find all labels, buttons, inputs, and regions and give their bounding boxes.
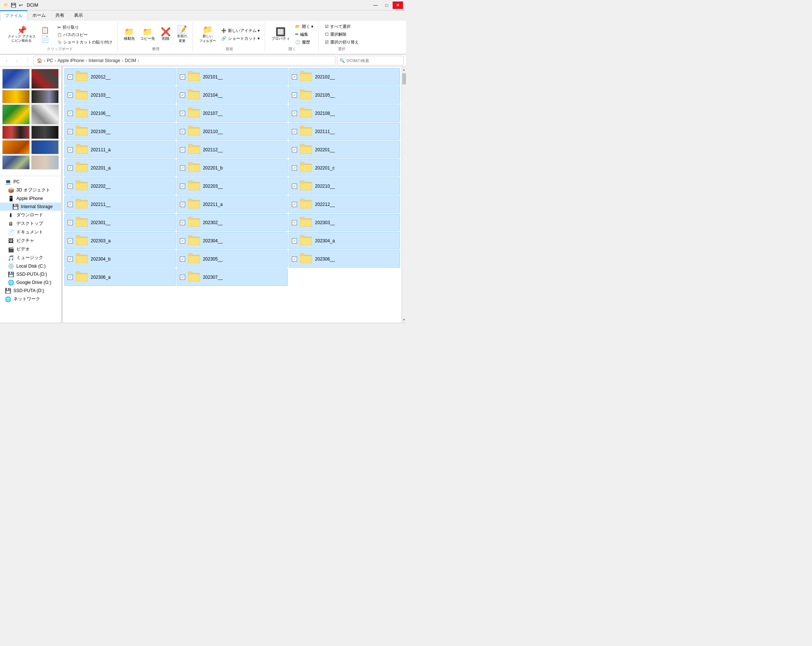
folder-item[interactable]: 202304__ — [177, 232, 288, 250]
invert-select-button[interactable]: ☑ 選択の切り替え — [323, 39, 361, 46]
history-button[interactable]: 🕐 履歴 — [293, 39, 315, 46]
folder-checkbox[interactable] — [180, 129, 185, 134]
sidebar-item-network[interactable]: 🌐 ネットワーク — [0, 295, 61, 303]
folder-checkbox[interactable] — [292, 93, 297, 98]
folder-checkbox[interactable] — [292, 129, 297, 134]
sidebar-item-3d[interactable]: 📦 3D オブジェクト — [0, 186, 61, 194]
folder-checkbox[interactable] — [180, 74, 185, 79]
paste-shortcut-button[interactable]: 📎 ショートカットの貼り付け — [55, 39, 114, 46]
folder-checkbox[interactable] — [68, 129, 73, 134]
folder-checkbox[interactable] — [68, 111, 73, 116]
folder-item[interactable]: 202111_a — [64, 141, 176, 158]
folder-checkbox[interactable] — [68, 165, 73, 171]
folder-item[interactable]: 202212__ — [288, 195, 400, 213]
sidebar-item-documents[interactable]: 📄 ドキュメント — [0, 228, 61, 236]
sidebar-item-pictures[interactable]: 🖼 ピクチャ — [0, 236, 61, 245]
sidebar-item-pc[interactable]: 💻 PC — [0, 178, 61, 186]
folder-item[interactable]: 202012__ — [64, 68, 176, 85]
folder-checkbox[interactable] — [180, 275, 185, 280]
delete-button[interactable]: ❌ 削除 — [159, 27, 173, 43]
sidebar-item-desktop[interactable]: 🖥 デスクトップ — [0, 219, 61, 228]
folder-checkbox[interactable] — [292, 74, 297, 79]
search-box[interactable]: 🔍 — [337, 56, 404, 66]
folder-checkbox[interactable] — [68, 256, 73, 262]
sidebar-item-google-drive[interactable]: 🌐 Google Drive (G:) — [0, 279, 61, 286]
folder-item[interactable]: 202203__ — [177, 177, 288, 195]
folder-item[interactable]: 202304_a — [288, 232, 400, 250]
folder-checkbox[interactable] — [180, 147, 185, 152]
folder-item[interactable]: 202306_a — [64, 268, 176, 286]
folder-checkbox[interactable] — [180, 165, 185, 171]
folder-item[interactable]: 202211_a — [177, 195, 288, 213]
deselect-button[interactable]: ☐ 選択解除 — [323, 31, 361, 38]
move-to-button[interactable]: 📁 移動先 — [122, 27, 137, 43]
folder-checkbox[interactable] — [292, 184, 297, 189]
search-input[interactable] — [346, 58, 395, 63]
breadcrumb-pc[interactable]: PC — [47, 58, 53, 63]
new-folder-button[interactable]: 📁 新しいフォルダー — [197, 24, 218, 44]
save-icon[interactable]: 💾 — [11, 2, 16, 8]
folder-checkbox[interactable] — [180, 220, 185, 225]
folder-item[interactable]: 202110__ — [177, 123, 288, 140]
folder-item[interactable]: 202305__ — [177, 250, 288, 268]
copy-path-button[interactable]: 📋 パスのコピー — [55, 31, 114, 38]
folder-checkbox[interactable] — [68, 238, 73, 244]
open-button[interactable]: 📂 開く ▾ — [293, 23, 315, 30]
forward-button[interactable]: › — [13, 56, 21, 65]
sidebar-item-videos[interactable]: 🎬 ビデオ — [0, 245, 61, 253]
folder-checkbox[interactable] — [68, 147, 73, 152]
properties-button[interactable]: 🔲 プロパティ — [270, 27, 292, 43]
folder-item[interactable]: 202107__ — [177, 104, 288, 122]
folder-item[interactable]: 202307__ — [177, 268, 288, 286]
sidebar-item-storage[interactable]: 💾 Internal Storage — [0, 203, 61, 211]
folder-checkbox[interactable] — [292, 220, 297, 225]
folder-item[interactable]: 202306__ — [288, 250, 400, 268]
maximize-button[interactable]: □ — [382, 2, 392, 9]
breadcrumb[interactable]: 🏠 › PC › Apple iPhone › Internal Storage… — [34, 56, 335, 66]
scroll-down-button[interactable]: ▼ — [402, 317, 406, 323]
tab-share[interactable]: 共有 — [50, 11, 69, 21]
folder-item[interactable]: 202102__ — [288, 68, 400, 85]
up-button[interactable]: ↑ — [23, 56, 32, 65]
folder-item[interactable]: 202201_b — [177, 159, 288, 177]
folder-checkbox[interactable] — [180, 184, 185, 189]
sidebar-item-iphone[interactable]: 📱 Apple iPhone — [0, 194, 61, 203]
folder-checkbox[interactable] — [68, 202, 73, 207]
sidebar-item-music[interactable]: 🎵 ミュージック — [0, 253, 61, 262]
select-all-button[interactable]: ☑ すべて選択 — [323, 23, 361, 30]
folder-item[interactable]: 202105__ — [288, 86, 400, 104]
folder-item[interactable]: 202201_c — [288, 159, 400, 177]
folder-item[interactable]: 202104__ — [177, 86, 288, 104]
sidebar-item-ssd-d[interactable]: 💾 SSD-PUTA (D:) — [0, 270, 61, 279]
folder-checkbox[interactable] — [68, 184, 73, 189]
scrollbar[interactable]: ▲ ▼ — [401, 67, 406, 323]
folder-item[interactable]: 202202__ — [64, 177, 176, 195]
folder-checkbox[interactable] — [180, 238, 185, 244]
shortcut-button[interactable]: 🔗 ショートカット ▾ — [219, 35, 262, 42]
folder-checkbox[interactable] — [292, 238, 297, 244]
breadcrumb-iphone[interactable]: Apple iPhone — [58, 58, 84, 63]
folder-item[interactable]: 202108__ — [288, 104, 400, 122]
folder-checkbox[interactable] — [180, 93, 185, 98]
folder-checkbox[interactable] — [68, 74, 73, 79]
folder-item[interactable]: 202201__ — [288, 141, 400, 158]
folder-checkbox[interactable] — [292, 202, 297, 207]
folder-item[interactable]: 202106__ — [64, 104, 176, 122]
rename-button[interactable]: 📝 名前の変更 — [175, 24, 189, 44]
close-button[interactable]: ✕ — [392, 2, 403, 9]
folder-item[interactable]: 202211__ — [64, 195, 176, 213]
scroll-thumb[interactable] — [402, 73, 406, 84]
folder-checkbox[interactable] — [292, 256, 297, 262]
sidebar-item-ssd-d2[interactable]: 💾 SSD-PUTA (D:) — [0, 286, 61, 295]
folder-item[interactable]: 202303_a — [64, 232, 176, 250]
scroll-up-button[interactable]: ▲ — [402, 67, 406, 73]
folder-item[interactable]: 202103__ — [64, 86, 176, 104]
tab-file[interactable]: ファイル — [0, 11, 27, 21]
folder-item[interactable]: 202210__ — [288, 177, 400, 195]
folder-checkbox[interactable] — [292, 111, 297, 116]
folder-item[interactable]: 202303__ — [288, 214, 400, 231]
folder-item[interactable]: 202302__ — [177, 214, 288, 231]
folder-item[interactable]: 202201_a — [64, 159, 176, 177]
folder-checkbox[interactable] — [292, 147, 297, 152]
paste-button[interactable]: 📄 — [39, 35, 54, 44]
